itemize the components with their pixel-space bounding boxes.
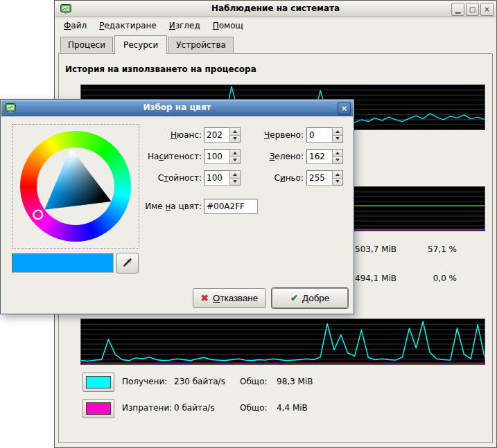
desktop: Наблюдение на системата ▁ □ × Файл Редак… — [0, 0, 497, 448]
current-color-swatch — [12, 253, 114, 273]
sent-total: 4,4 MiB — [277, 403, 308, 413]
menu-view[interactable]: Изглед — [163, 19, 207, 33]
color-wheel[interactable] — [12, 124, 139, 249]
spin-down-icon[interactable] — [333, 179, 342, 186]
spin-up-icon[interactable] — [333, 150, 342, 157]
swap-used-value: 494,1 MiB — [355, 274, 396, 283]
tab-resources[interactable]: Ресурси — [114, 35, 167, 54]
color-picker-dialog: Избор на цвят × — [0, 99, 354, 314]
cancel-button-label: Отказване — [213, 293, 258, 303]
dialog-title: Избор на цвят — [1, 102, 353, 112]
spin-up-icon[interactable] — [333, 128, 342, 136]
sv-triangle[interactable] — [20, 131, 131, 242]
sent-color-button[interactable] — [82, 399, 114, 418]
received-rate: 230 байта/s — [174, 377, 225, 386]
value-spinbox[interactable] — [204, 170, 241, 186]
value-label: Стойност: — [125, 170, 202, 186]
saturation-spinbox[interactable] — [204, 149, 241, 164]
green-input[interactable] — [306, 149, 333, 164]
close-icon: × — [484, 6, 489, 13]
received-label: Получени: — [122, 377, 167, 386]
spin-up-icon[interactable] — [230, 171, 240, 179]
memory-used-value: 503,7 MiB — [355, 244, 396, 254]
swap-used-percent: 0,0 % — [394, 274, 457, 283]
cpu-history-heading: История на използването на процесора — [65, 64, 256, 74]
network-history-chart — [80, 319, 485, 365]
blue-input[interactable] — [306, 170, 333, 186]
sent-total-label: Общо: — [240, 403, 268, 413]
hue-marker-icon[interactable] — [33, 210, 42, 219]
spin-down-icon[interactable] — [333, 136, 342, 143]
window-controls: ▁ □ × — [451, 3, 494, 16]
saturation-label: Наситеност: — [125, 149, 202, 164]
hue-spin-buttons — [230, 127, 241, 143]
tab-devices[interactable]: Устройства — [168, 37, 234, 53]
received-total: 98,3 MiB — [277, 377, 313, 386]
value-spin-buttons — [230, 170, 241, 186]
eyedropper-icon — [122, 257, 133, 270]
blue-spinbox[interactable] — [306, 170, 343, 186]
received-total-label: Общо: — [240, 377, 268, 386]
red-label: Червено: — [243, 127, 304, 143]
spin-up-icon[interactable] — [230, 128, 240, 136]
ok-icon: ✔ — [290, 293, 298, 303]
green-label: Зелено: — [243, 149, 304, 164]
menu-help[interactable]: Помощ — [207, 19, 250, 33]
hue-input[interactable] — [204, 127, 230, 143]
ok-button-label: Добре — [302, 293, 329, 303]
menu-file[interactable]: Файл — [58, 19, 93, 33]
menu-edit[interactable]: Редактиране — [93, 19, 163, 33]
menubar: Файл Редактиране Изглед Помощ — [58, 18, 250, 33]
saturation-spin-buttons — [230, 149, 241, 164]
cancel-button[interactable]: ✖ Отказване — [193, 288, 266, 308]
spin-down-icon[interactable] — [230, 179, 240, 186]
spin-down-icon[interactable] — [230, 157, 240, 164]
blue-label: Синьо: — [243, 170, 304, 186]
color-name-input[interactable] — [204, 199, 258, 214]
dialog-close-icon: × — [341, 105, 347, 112]
close-button[interactable]: × — [480, 3, 494, 16]
spin-up-icon[interactable] — [230, 150, 240, 157]
sent-rate: 0 байта/s — [174, 403, 215, 413]
cancel-icon: ✖ — [201, 293, 209, 303]
maximize-button[interactable]: □ — [466, 3, 479, 16]
sent-label: Изпратени: — [122, 403, 172, 413]
received-color-swatch — [86, 376, 111, 388]
blue-spin-buttons — [333, 170, 343, 186]
main-window-title: Наблюдение на системата — [55, 3, 496, 13]
dialog-close-button[interactable]: × — [338, 102, 351, 115]
red-input[interactable] — [306, 127, 333, 143]
minimize-button[interactable]: ▁ — [451, 3, 464, 16]
received-color-button[interactable] — [82, 373, 114, 392]
green-spinbox[interactable] — [306, 149, 343, 164]
main-titlebar[interactable]: Наблюдение на системата ▁ □ × — [55, 1, 496, 17]
hue-spinbox[interactable] — [204, 127, 241, 143]
green-spin-buttons — [333, 149, 343, 164]
spin-down-icon[interactable] — [333, 157, 342, 164]
sent-color-swatch — [86, 402, 111, 415]
red-spinbox[interactable] — [306, 127, 343, 143]
ok-button[interactable]: ✔ Добре — [272, 288, 348, 308]
maximize-icon: □ — [469, 6, 476, 13]
memory-used-percent: 57,1 % — [394, 244, 457, 254]
dialog-titlebar[interactable]: Избор на цвят × — [1, 100, 353, 116]
spin-up-icon[interactable] — [333, 171, 342, 179]
value-input[interactable] — [204, 170, 230, 186]
minimize-icon: ▁ — [455, 6, 461, 13]
red-spin-buttons — [333, 127, 343, 143]
tab-processes[interactable]: Процеси — [60, 37, 113, 53]
notebook-tabs: Процеси Ресурси Устройства — [60, 35, 235, 53]
spin-down-icon[interactable] — [230, 136, 240, 143]
eyedropper-button[interactable] — [116, 253, 139, 274]
color-name-label: Име на цвят: — [125, 199, 202, 214]
saturation-input[interactable] — [204, 149, 230, 164]
hue-label: Нюанс: — [125, 127, 202, 143]
